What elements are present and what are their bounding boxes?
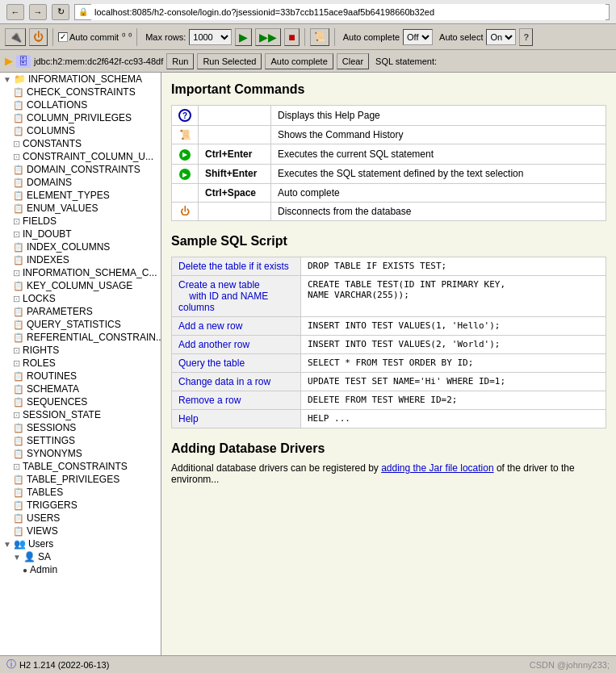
sidebar-item-session-state[interactable]: ⊡ SESSION_STATE (0, 408, 161, 421)
sidebar-item-indexes[interactable]: 📋 INDEXES (0, 253, 161, 266)
sidebar-item-triggers[interactable]: 📋 TRIGGERS (0, 499, 161, 512)
item-label: VIEWS (27, 525, 58, 537)
view-icon: 📋 (13, 474, 24, 485)
view-icon: 📋 (13, 255, 24, 265)
sidebar-item-check-constraints[interactable]: 📋 CHECK_CONSTRAINTS (0, 86, 161, 98)
sql-code-cell: UPDATE TEST SET NAME='Hi' WHERE ID=1; (301, 373, 606, 391)
sidebar-item-fields[interactable]: ⊡ FIELDS (0, 215, 161, 228)
sidebar-item-collations[interactable]: 📋 COLLATIONS (0, 98, 161, 111)
sql-link-delete-table[interactable]: Delete the table if it exists (178, 261, 289, 272)
table-icon: ⊡ (13, 139, 20, 149)
auto-select-select[interactable]: On Off (486, 29, 516, 45)
folder-icon: 📁 (14, 73, 26, 85)
sql-link-query-table[interactable]: Query the table (178, 357, 245, 369)
sql-link-change-data[interactable]: Change data in a row (178, 376, 270, 387)
shortcut-cell: Shift+Enter (199, 164, 271, 184)
sidebar-item-views[interactable]: 📋 VIEWS (0, 525, 161, 537)
item-label: PARAMETERS (27, 306, 93, 317)
sql-link-remove-row[interactable]: Remove a row (178, 395, 241, 406)
sql-statement-label: SQL statement: (375, 56, 437, 66)
sep4 (334, 28, 335, 46)
sidebar-item-column-privileges[interactable]: 📋 COLUMN_PRIVILEGES (0, 111, 161, 124)
auto-commit-checkbox[interactable] (58, 32, 68, 42)
sidebar-item-referential[interactable]: 📋 REFERENTIAL_CONSTRAIN... (0, 331, 161, 344)
sidebar-item-rights[interactable]: ⊡ RIGHTS (0, 344, 161, 357)
run-button-toolbar[interactable]: ▶ (235, 28, 252, 46)
sidebar-item-table-privileges[interactable]: 📋 TABLE_PRIVILEGES (0, 473, 161, 486)
stop-button[interactable]: ■ (284, 28, 299, 46)
forward-button[interactable]: → (29, 4, 47, 20)
sidebar-item-users[interactable]: 📋 USERS (0, 512, 161, 525)
run-script-button[interactable]: ▶▶ (255, 28, 281, 46)
shortcut-cell (199, 106, 271, 126)
sidebar-item-index-columns[interactable]: 📋 INDEX_COLUMNS (0, 240, 161, 253)
sidebar-item-sa[interactable]: ▼ 👤 SA (0, 550, 161, 563)
run-selected-btn[interactable]: Run Selected (197, 53, 262, 69)
item-label: TABLE_PRIVILEGES (27, 474, 119, 485)
item-label: INDEX_COLUMNS (27, 241, 110, 253)
view-icon: 📋 (13, 113, 24, 123)
sql-link-id-name-cols[interactable]: with ID and NAME columns (178, 291, 294, 313)
sidebar-item-locks[interactable]: ⊡ LOCKS (0, 292, 161, 305)
sidebar-item-settings[interactable]: 📋 SETTINGS (0, 434, 161, 447)
sidebar-item-key-column[interactable]: 📋 KEY_COLUMN_USAGE (0, 279, 161, 292)
desc-cell: Executes the SQL statement defined by th… (271, 164, 606, 184)
sidebar-item-in-doubt[interactable]: ⊡ IN_DOUBT (0, 228, 161, 240)
sidebar-item-info-schema-c[interactable]: ⊡ INFORMATION_SCHEMA_C... (0, 266, 161, 279)
users-folder-label: Users (28, 538, 53, 550)
clear-btn[interactable]: Clear (337, 53, 369, 69)
item-label: SCHEMATA (27, 383, 79, 395)
desc-cell: Executes the current SQL statement (271, 144, 606, 165)
sql-link-add-another-row[interactable]: Add another row (178, 339, 249, 350)
sidebar-item-sessions[interactable]: 📋 SESSIONS (0, 421, 161, 434)
sidebar-item-roles[interactable]: ⊡ ROLES (0, 357, 161, 370)
sidebar-item-constants[interactable]: ⊡ CONSTANTS (0, 137, 161, 150)
sidebar-item-users-folder[interactable]: ▼ 👥 Users (0, 537, 161, 550)
main-area: ▼ 📁 INFORMATION_SCHEMA 📋 CHECK_CONSTRAIN… (0, 73, 616, 655)
sidebar-item-element-types[interactable]: 📋 ELEMENT_TYPES (0, 189, 161, 202)
auto-complete-select[interactable]: Off On (403, 29, 433, 45)
sidebar-item-info-schema[interactable]: ▼ 📁 INFORMATION_SCHEMA (0, 73, 161, 86)
adding-link[interactable]: adding the Jar file location (381, 462, 493, 474)
max-rows-select[interactable]: 1000 100 10000 (189, 29, 232, 45)
sql-code-cell: CREATE TABLE TEST(ID INT PRIMARY KEY,NAM… (301, 276, 606, 317)
sql-script-table: Delete the table if it exists DROP TABLE… (171, 257, 606, 428)
connect-button[interactable]: 🔌 (5, 28, 26, 46)
run-sel-icon: ▶ (179, 169, 191, 180)
sidebar-item-sequences[interactable]: 📋 SEQUENCES (0, 395, 161, 408)
sidebar-item-synonyms[interactable]: 📋 SYNONYMS (0, 447, 161, 460)
sidebar-item-constraint-column[interactable]: ⊡ CONSTRAINT_COLUMN_U... (0, 150, 161, 163)
sql-link-add-row[interactable]: Add a new row (178, 320, 242, 332)
auto-complete-btn[interactable]: Auto complete (265, 53, 333, 69)
sql-link-create-table[interactable]: Create a new table (178, 279, 294, 291)
sidebar-item-columns[interactable]: 📋 COLUMNS (0, 124, 161, 137)
desc-cell: Auto complete (271, 184, 606, 203)
url-bar[interactable] (91, 4, 606, 20)
sidebar-item-domain-constraints[interactable]: 📋 DOMAIN_CONSTRAINTS (0, 163, 161, 176)
help-button-toolbar[interactable]: ? (519, 28, 533, 46)
adding-text: Additional database drivers can be regis… (171, 462, 606, 485)
item-label: ROUTINES (27, 370, 77, 382)
run-btn[interactable]: Run (166, 53, 194, 69)
sidebar-item-parameters[interactable]: 📋 PARAMETERS (0, 305, 161, 318)
sidebar-item-admin[interactable]: ● Admin (0, 563, 161, 576)
sql-link-help[interactable]: Help (178, 413, 199, 424)
sidebar-item-query-stats[interactable]: 📋 QUERY_STATISTICS (0, 318, 161, 331)
db-icon: 🗄 (16, 55, 31, 68)
toolbar: 🔌 ⏻ Auto commit ⁰ ⁰ Max rows: 1000 100 1… (0, 24, 616, 50)
refresh-button[interactable]: ↻ (52, 4, 69, 20)
back-button[interactable]: ← (6, 4, 24, 20)
sidebar-item-tables[interactable]: 📋 TABLES (0, 486, 161, 499)
sidebar-item-schemata[interactable]: 📋 SCHEMATA (0, 382, 161, 395)
sidebar-item-domains[interactable]: 📋 DOMAINS (0, 176, 161, 189)
sidebar-item-enum-values[interactable]: 📋 ENUM_VALUES (0, 202, 161, 215)
circle-icon: ● (23, 566, 27, 575)
history-button[interactable]: 📜 (310, 28, 329, 46)
schema-label: INFORMATION_SCHEMA (28, 73, 142, 85)
desc-cell: Displays this Help Page (271, 106, 606, 126)
sidebar-item-table-constraints[interactable]: ⊡ TABLE_CONSTRAINTS (0, 460, 161, 473)
disconnect-button[interactable]: ⏻ (29, 28, 48, 46)
sidebar-item-routines[interactable]: 📋 ROUTINES (0, 370, 161, 382)
status-bar: ⓘ H2 1.214 (2022-06-13) CSDN @johnny233; (0, 655, 616, 673)
auto-commit-label: Auto commit (69, 32, 119, 42)
